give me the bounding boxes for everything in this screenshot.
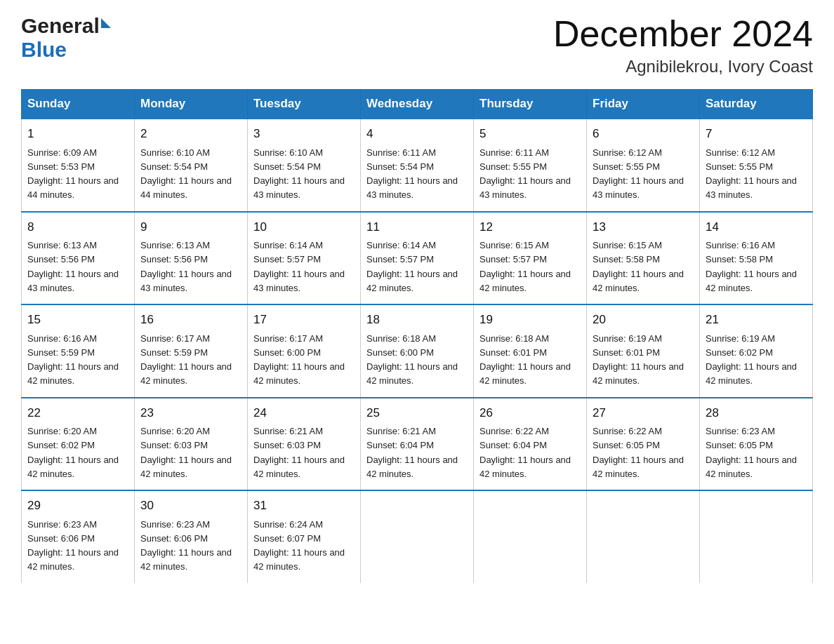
day-info: Sunrise: 6:10 AMSunset: 5:54 PMDaylight:… <box>140 147 232 201</box>
day-cell: 8 Sunrise: 6:13 AMSunset: 5:56 PMDayligh… <box>22 212 135 305</box>
day-cell: 13 Sunrise: 6:15 AMSunset: 5:58 PMDaylig… <box>587 212 700 305</box>
day-cell: 12 Sunrise: 6:15 AMSunset: 5:57 PMDaylig… <box>474 212 587 305</box>
day-cell: 1 Sunrise: 6:09 AMSunset: 5:53 PMDayligh… <box>22 119 135 212</box>
day-number: 23 <box>140 404 241 422</box>
day-cell: 28 Sunrise: 6:23 AMSunset: 6:05 PMDaylig… <box>700 398 813 491</box>
day-info: Sunrise: 6:12 AMSunset: 5:55 PMDaylight:… <box>706 147 797 201</box>
day-info: Sunrise: 6:24 AMSunset: 6:07 PMDaylight:… <box>253 519 345 572</box>
day-info: Sunrise: 6:16 AMSunset: 5:59 PMDaylight:… <box>27 333 119 387</box>
day-info: Sunrise: 6:13 AMSunset: 5:56 PMDaylight:… <box>27 240 119 293</box>
day-info: Sunrise: 6:18 AMSunset: 6:00 PMDaylight:… <box>366 333 458 387</box>
day-cell: 2 Sunrise: 6:10 AMSunset: 5:54 PMDayligh… <box>135 119 248 212</box>
day-cell <box>587 490 700 583</box>
day-number: 17 <box>253 311 355 329</box>
day-info: Sunrise: 6:17 AMSunset: 5:59 PMDaylight:… <box>140 333 232 387</box>
day-number: 14 <box>706 218 807 236</box>
day-info: Sunrise: 6:15 AMSunset: 5:57 PMDaylight:… <box>479 240 571 293</box>
month-title: December 2024 <box>553 14 813 54</box>
day-cell: 9 Sunrise: 6:13 AMSunset: 5:56 PMDayligh… <box>135 212 248 305</box>
week-row-4: 22 Sunrise: 6:20 AMSunset: 6:02 PMDaylig… <box>22 398 813 491</box>
day-cell: 16 Sunrise: 6:17 AMSunset: 5:59 PMDaylig… <box>135 304 248 398</box>
week-row-5: 29 Sunrise: 6:23 AMSunset: 6:06 PMDaylig… <box>22 490 813 583</box>
day-cell: 15 Sunrise: 6:16 AMSunset: 5:59 PMDaylig… <box>22 304 135 398</box>
col-friday: Friday <box>587 90 700 119</box>
col-wednesday: Wednesday <box>361 90 474 119</box>
week-row-2: 8 Sunrise: 6:13 AMSunset: 5:56 PMDayligh… <box>22 212 813 305</box>
day-number: 20 <box>593 311 694 329</box>
day-number: 9 <box>140 218 241 236</box>
day-number: 21 <box>706 311 807 329</box>
day-cell: 27 Sunrise: 6:22 AMSunset: 6:05 PMDaylig… <box>587 398 700 491</box>
day-info: Sunrise: 6:17 AMSunset: 6:00 PMDaylight:… <box>253 333 345 387</box>
day-cell <box>474 490 587 583</box>
day-info: Sunrise: 6:23 AMSunset: 6:06 PMDaylight:… <box>27 519 119 572</box>
day-number: 30 <box>140 497 241 515</box>
day-number: 6 <box>593 125 694 143</box>
logo-blue-text: Blue <box>21 38 67 61</box>
title-area: December 2024 Agnibilekrou, Ivory Coast <box>553 14 813 76</box>
day-cell: 20 Sunrise: 6:19 AMSunset: 6:01 PMDaylig… <box>587 304 700 398</box>
day-cell: 14 Sunrise: 6:16 AMSunset: 5:58 PMDaylig… <box>700 212 813 305</box>
day-number: 1 <box>27 125 128 143</box>
day-cell: 4 Sunrise: 6:11 AMSunset: 5:54 PMDayligh… <box>361 119 474 212</box>
day-info: Sunrise: 6:14 AMSunset: 5:57 PMDaylight:… <box>366 240 458 293</box>
day-info: Sunrise: 6:09 AMSunset: 5:53 PMDaylight:… <box>27 147 119 201</box>
day-cell: 22 Sunrise: 6:20 AMSunset: 6:02 PMDaylig… <box>22 398 135 491</box>
day-cell: 18 Sunrise: 6:18 AMSunset: 6:00 PMDaylig… <box>361 304 474 398</box>
day-info: Sunrise: 6:22 AMSunset: 6:05 PMDaylight:… <box>593 426 684 479</box>
day-info: Sunrise: 6:15 AMSunset: 5:58 PMDaylight:… <box>593 240 684 293</box>
day-cell: 30 Sunrise: 6:23 AMSunset: 6:06 PMDaylig… <box>135 490 248 583</box>
day-cell: 7 Sunrise: 6:12 AMSunset: 5:55 PMDayligh… <box>700 119 813 212</box>
day-number: 16 <box>140 311 241 329</box>
day-number: 2 <box>140 125 241 143</box>
day-number: 5 <box>479 125 581 143</box>
day-cell: 11 Sunrise: 6:14 AMSunset: 5:57 PMDaylig… <box>361 212 474 305</box>
day-number: 25 <box>366 404 468 422</box>
day-number: 4 <box>366 125 468 143</box>
day-cell: 5 Sunrise: 6:11 AMSunset: 5:55 PMDayligh… <box>474 119 587 212</box>
day-cell <box>700 490 813 583</box>
day-number: 24 <box>253 404 355 422</box>
day-number: 12 <box>479 218 581 236</box>
day-info: Sunrise: 6:11 AMSunset: 5:54 PMDaylight:… <box>366 147 458 201</box>
day-info: Sunrise: 6:21 AMSunset: 6:04 PMDaylight:… <box>366 426 458 479</box>
calendar-table: Sunday Monday Tuesday Wednesday Thursday… <box>21 89 813 583</box>
day-number: 18 <box>366 311 468 329</box>
col-thursday: Thursday <box>474 90 587 119</box>
day-info: Sunrise: 6:13 AMSunset: 5:56 PMDaylight:… <box>140 240 232 293</box>
day-number: 15 <box>27 311 128 329</box>
col-sunday: Sunday <box>22 90 135 119</box>
day-info: Sunrise: 6:19 AMSunset: 6:01 PMDaylight:… <box>593 333 684 387</box>
day-number: 26 <box>479 404 581 422</box>
week-row-1: 1 Sunrise: 6:09 AMSunset: 5:53 PMDayligh… <box>22 119 813 212</box>
day-info: Sunrise: 6:20 AMSunset: 6:02 PMDaylight:… <box>27 426 119 479</box>
day-info: Sunrise: 6:21 AMSunset: 6:03 PMDaylight:… <box>253 426 345 479</box>
day-info: Sunrise: 6:20 AMSunset: 6:03 PMDaylight:… <box>140 426 232 479</box>
day-number: 7 <box>706 125 807 143</box>
day-info: Sunrise: 6:16 AMSunset: 5:58 PMDaylight:… <box>706 240 797 293</box>
day-cell: 26 Sunrise: 6:22 AMSunset: 6:04 PMDaylig… <box>474 398 587 491</box>
day-cell: 29 Sunrise: 6:23 AMSunset: 6:06 PMDaylig… <box>22 490 135 583</box>
col-tuesday: Tuesday <box>248 90 361 119</box>
day-cell: 31 Sunrise: 6:24 AMSunset: 6:07 PMDaylig… <box>248 490 361 583</box>
day-cell: 17 Sunrise: 6:17 AMSunset: 6:00 PMDaylig… <box>248 304 361 398</box>
day-info: Sunrise: 6:18 AMSunset: 6:01 PMDaylight:… <box>479 333 571 387</box>
day-info: Sunrise: 6:11 AMSunset: 5:55 PMDaylight:… <box>479 147 571 201</box>
day-cell: 25 Sunrise: 6:21 AMSunset: 6:04 PMDaylig… <box>361 398 474 491</box>
day-info: Sunrise: 6:10 AMSunset: 5:54 PMDaylight:… <box>253 147 345 201</box>
day-info: Sunrise: 6:19 AMSunset: 6:02 PMDaylight:… <box>706 333 797 387</box>
day-cell: 10 Sunrise: 6:14 AMSunset: 5:57 PMDaylig… <box>248 212 361 305</box>
day-info: Sunrise: 6:12 AMSunset: 5:55 PMDaylight:… <box>593 147 684 201</box>
day-number: 13 <box>593 218 694 236</box>
day-info: Sunrise: 6:22 AMSunset: 6:04 PMDaylight:… <box>479 426 571 479</box>
day-number: 3 <box>253 125 355 143</box>
day-number: 11 <box>366 218 468 236</box>
day-number: 8 <box>27 218 128 236</box>
day-cell: 19 Sunrise: 6:18 AMSunset: 6:01 PMDaylig… <box>474 304 587 398</box>
day-number: 10 <box>253 218 355 236</box>
logo: General Blue <box>21 14 111 62</box>
day-info: Sunrise: 6:23 AMSunset: 6:06 PMDaylight:… <box>140 519 232 572</box>
calendar-header-row: Sunday Monday Tuesday Wednesday Thursday… <box>22 90 813 119</box>
day-number: 29 <box>27 497 128 515</box>
page-header: General Blue December 2024 Agnibilekrou,… <box>21 14 813 76</box>
